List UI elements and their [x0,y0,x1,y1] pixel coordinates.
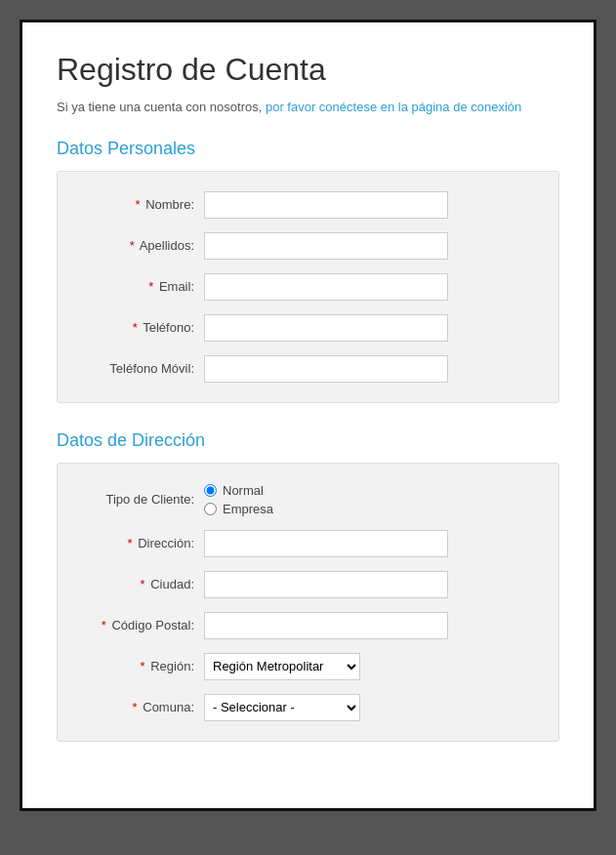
tipo-cliente-radio-group: Normal Empresa [204,483,273,516]
radio-empresa[interactable] [204,503,217,515]
address-section-title: Datos de Dirección [57,430,559,451]
telefono-movil-label: Teléfono Móvil: [77,361,204,376]
radio-empresa-option[interactable]: Empresa [204,502,273,516]
ciudad-row: * Ciudad: [77,571,539,598]
radio-normal-label: Normal [223,483,264,498]
nombre-label: * Nombre: [77,197,204,212]
comuna-label: * Comuna: [77,700,204,714]
region-select[interactable]: Región Metropolitar [204,653,360,680]
region-row: * Región: Región Metropolitar [77,653,539,680]
email-label: * Email: [77,279,204,294]
radio-empresa-label: Empresa [223,502,273,516]
tipo-cliente-label: Tipo de Cliente: [77,492,204,507]
codigo-postal-label: * Código Postal: [77,618,204,632]
region-label: * Región: [77,659,204,673]
tipo-cliente-row: Tipo de Cliente: Normal Empresa [77,483,539,516]
personal-panel: * Nombre: * Apellidos: * Email: * Teléfo… [57,171,559,403]
address-panel: Tipo de Cliente: Normal Empresa * Direcc… [57,463,559,742]
apellidos-label: * Apellidos: [77,238,204,253]
codigo-postal-input[interactable] [204,612,448,639]
telefono-movil-input[interactable] [204,355,448,383]
apellidos-row: * Apellidos: [77,232,539,260]
telefono-label: * Teléfono: [77,320,204,335]
telefono-input[interactable] [204,314,448,342]
subtitle: Si ya tiene una cuenta con nosotros, por… [57,98,559,117]
direccion-row: * Dirección: [77,530,539,557]
direccion-input[interactable] [204,530,448,557]
codigo-postal-row: * Código Postal: [77,612,539,639]
comuna-row: * Comuna: - Seleccionar - [77,694,539,721]
email-row: * Email: [77,273,539,301]
telefono-movil-row: Teléfono Móvil: [77,355,539,383]
personal-section-title: Datos Personales [57,139,559,159]
ciudad-label: * Ciudad: [77,577,204,591]
radio-normal[interactable] [204,484,217,497]
direccion-label: * Dirección: [77,536,204,550]
nombre-row: * Nombre: [77,191,539,219]
subtitle-text: Si ya tiene una cuenta con nosotros, [57,100,262,114]
email-input[interactable] [204,273,448,301]
nombre-input[interactable] [204,191,448,219]
radio-normal-option[interactable]: Normal [204,483,273,498]
comuna-select[interactable]: - Seleccionar - [204,694,360,721]
login-link[interactable]: por favor conéctese en la página de cone… [266,100,521,114]
page-container: Registro de Cuenta Si ya tiene una cuent… [20,20,596,811]
ciudad-input[interactable] [204,571,448,598]
apellidos-input[interactable] [204,232,448,260]
telefono-row: * Teléfono: [77,314,539,342]
page-title: Registro de Cuenta [57,52,559,88]
